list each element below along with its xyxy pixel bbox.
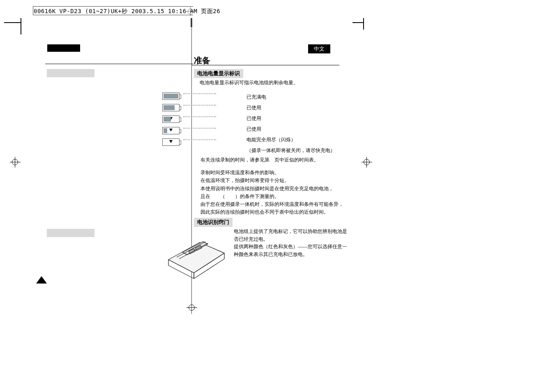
note-line: 在低温环境下，拍摄时间将变得十分短。	[200, 177, 365, 184]
sub-heading-battery-id: 电池识别窍门	[194, 218, 233, 227]
crop-mark	[352, 22, 364, 23]
leader-dots	[183, 93, 216, 94]
left-grey-tab-2	[47, 229, 94, 237]
tip-line: 电池组上提供了充电标记，它可以协助您辨别电池是否已经充过电。	[234, 228, 349, 243]
notes-block: 有关连续录制的时间，请参见第 页中近似的时间表。 录制时间受环境温度和条件的影响…	[200, 156, 365, 216]
level-label: 电能完全用尽（闪烁）	[246, 136, 335, 143]
note-line: 有关连续录制的时间，请参见第 页中近似的时间表。	[200, 156, 365, 164]
battery-25-icon	[162, 127, 180, 134]
crop-mark	[363, 18, 364, 30]
right-divider	[191, 65, 339, 65]
sub-intro: 电池电量显示标识可指示电池组的剩余电量。	[200, 79, 298, 87]
section-title: 准备	[194, 55, 210, 66]
leader-dots	[183, 139, 216, 140]
crop-mark	[21, 18, 21, 35]
header-register-icon	[186, 7, 195, 16]
battery-full-icon	[162, 92, 180, 100]
tip-line: 提供两种颜色（红色和灰色）——您可以选择任意一种颜色来表示其已充电和已放电。	[234, 243, 349, 258]
battery-level-diagram	[162, 92, 226, 150]
sub-heading-battery-level: 电池电量显示标识	[194, 69, 243, 78]
level-label: （摄录一体机即将被关闭，请尽快充电）	[246, 147, 335, 154]
registration-mark-icon	[187, 302, 197, 313]
level-label: 已使用	[246, 115, 335, 122]
left-grey-tab	[47, 69, 94, 77]
note-line: 由于您在使用摄录一体机时，实际的环境温度和条件有可能各异，	[200, 201, 365, 208]
language-tab: 中文	[308, 44, 330, 53]
battery-50-icon	[162, 115, 180, 123]
level-label: 已充满电	[246, 94, 335, 101]
note-line: 本使用说明书中的连续拍摄时间是在使用完全充足电的电池，	[200, 185, 365, 193]
crop-mark	[4, 22, 21, 23]
leader-dots	[183, 128, 216, 129]
note-line: 因此实际的连续拍摄时间也会不同于表中给出的近似时间。	[200, 208, 365, 216]
page-corner-icon	[36, 276, 47, 284]
header-box	[33, 6, 193, 15]
battery-tip-text: 电池组上提供了充电标记，它可以协助您辨别电池是否已经充过电。 提供两种颜色（红色…	[234, 228, 349, 258]
note-line: 且在 （ ）的条件下测量的。	[200, 193, 365, 201]
battery-level-labels: 已充满电 已使用 已使用 已使用 电能完全用尽（闪烁） （摄录一体机即将被关闭，…	[246, 94, 335, 158]
leader-dots	[183, 116, 216, 117]
level-label: 已使用	[246, 104, 335, 111]
left-black-tab	[47, 44, 80, 52]
registration-mark-icon	[10, 157, 21, 168]
level-label: 已使用	[246, 126, 335, 133]
battery-pack-illustration	[160, 228, 229, 280]
note-line: 录制时间受环境温度和条件的影响。	[200, 169, 365, 177]
battery-75-icon	[162, 104, 180, 111]
battery-empty-icon	[162, 138, 180, 146]
left-divider	[45, 64, 193, 64]
leader-dots	[183, 105, 216, 106]
